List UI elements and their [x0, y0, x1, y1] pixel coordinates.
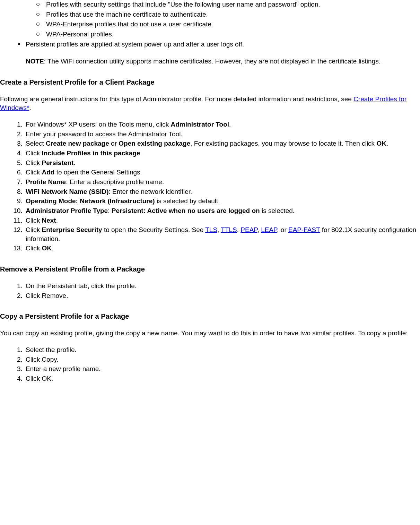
intro-paragraph: Following are general instructions for t… [0, 95, 420, 112]
bold-text: Operating Mode: Network (Infrastructure) [26, 197, 155, 205]
document-body: Profiles with security settings that inc… [0, 0, 420, 383]
bold-text: Add [42, 169, 54, 176]
list-item: Persistent profiles are applied at syste… [15, 40, 420, 66]
text: is selected. [260, 207, 295, 214]
text: For Windows* XP users: on the Tools menu… [26, 121, 171, 128]
heading-remove-persistent: Remove a Persistent Profile from a Packa… [0, 265, 420, 274]
note-block: NOTE: The WiFi connection utility suppor… [26, 57, 420, 66]
step-item: Enter your password to access the Admini… [24, 130, 420, 139]
text: , [237, 226, 241, 233]
text: . [29, 104, 31, 111]
text: , or [277, 226, 288, 233]
bold-text: Create new package [46, 140, 109, 147]
persistent-info-list: Persistent profiles are applied at syste… [0, 40, 420, 66]
bold-text: OK [376, 140, 386, 147]
profile-types-sublist: Profiles with security settings that inc… [0, 0, 420, 39]
step-item: Click Enterprise Security to open the Se… [24, 225, 420, 243]
text: Following are general instructions for t… [0, 95, 353, 103]
bold-text: OK [42, 244, 52, 252]
step-item: Click OK. [24, 244, 420, 253]
text: Click [26, 149, 42, 157]
list-item: Profiles that use the machine certificat… [39, 10, 420, 19]
text: Click [26, 217, 42, 224]
text: Select [26, 140, 46, 147]
step-item: Enter a new profile name. [24, 364, 420, 373]
step-item: WiFi Network Name (SSID): Enter the netw… [24, 187, 420, 196]
text: . [386, 140, 388, 147]
step-item: Operating Mode: Network (Infrastructure)… [24, 197, 420, 206]
text: : [108, 207, 112, 214]
step-item: On the Persistent tab, click the profile… [24, 282, 420, 291]
step-item: Click Include Profiles in this package. [24, 149, 420, 158]
step-item: Click OK. [24, 374, 420, 383]
link-ttls[interactable]: TTLS [221, 226, 237, 233]
text: Click [26, 159, 42, 166]
text: is selected by default. [155, 197, 220, 205]
note-text: : The WiFi connection utility supports m… [44, 58, 380, 65]
bold-text: Include Profiles in this package [42, 149, 140, 157]
step-item: Select Create new package or Open existi… [24, 139, 420, 148]
bold-text: Administrator Profile Type [26, 207, 108, 214]
text: to open the Security Settings. See [102, 226, 205, 233]
text: or [109, 140, 119, 147]
link-eap-fast[interactable]: EAP-FAST [288, 226, 320, 233]
step-item: Click Persistent. [24, 158, 420, 167]
bold-text: WiFi Network Name (SSID) [26, 188, 108, 195]
step-item: Profile Name: Enter a descriptive profil… [24, 178, 420, 187]
bold-text: Profile Name [26, 178, 66, 186]
step-item: Administrator Profile Type: Persistent: … [24, 206, 420, 215]
list-item: Profiles with security settings that inc… [39, 0, 420, 9]
copy-steps-list: Select the profile. Click Copy. Enter a … [0, 345, 420, 383]
step-item: Click Next. [24, 216, 420, 225]
list-item: WPA-Enterprise profiles that do not use … [39, 20, 420, 29]
text: : Enter a descriptive profile name. [66, 178, 164, 186]
create-steps-list: For Windows* XP users: on the Tools menu… [0, 120, 420, 253]
step-item: Click Remove. [24, 291, 420, 300]
bold-text: Persistent: Active when no users are log… [112, 207, 260, 214]
list-item-text: Persistent profiles are applied at syste… [26, 41, 244, 48]
bold-text: Open existing package [119, 140, 190, 147]
text: . [52, 244, 53, 252]
step-item: For Windows* XP users: on the Tools menu… [24, 120, 420, 129]
text: , [217, 226, 221, 233]
bold-text: Administrator Tool [171, 121, 229, 128]
link-peap[interactable]: PEAP [240, 226, 257, 233]
text: Click [26, 169, 42, 176]
text: . [140, 149, 142, 157]
list-item: WPA-Personal profiles. [39, 30, 420, 39]
step-item: Click Add to open the General Settings. [24, 168, 420, 177]
text: : Enter the network identifier. [108, 188, 192, 195]
text: to open the General Settings. [54, 169, 142, 176]
text: Click [26, 226, 42, 233]
text: . [229, 121, 231, 128]
step-item: Click Copy. [24, 355, 420, 364]
link-leap[interactable]: LEAP [261, 226, 277, 233]
text: . [56, 217, 58, 224]
heading-create-persistent: Create a Persistent Profile for a Client… [0, 78, 420, 87]
bold-text: Enterprise Security [42, 226, 102, 233]
text: . [73, 159, 75, 166]
text: . For existing packages, you may browse … [190, 140, 376, 147]
text: , [257, 226, 261, 233]
text: Click [26, 244, 42, 252]
step-item: Select the profile. [24, 345, 420, 354]
bold-text: Next [42, 217, 56, 224]
heading-copy-persistent: Copy a Persistent Profile for a Package [0, 312, 420, 321]
remove-steps-list: On the Persistent tab, click the profile… [0, 282, 420, 300]
note-label: NOTE [26, 58, 44, 65]
bold-text: Persistent [42, 159, 73, 166]
copy-intro-paragraph: You can copy an existing profile, giving… [0, 329, 420, 338]
link-tls[interactable]: TLS [205, 226, 217, 233]
